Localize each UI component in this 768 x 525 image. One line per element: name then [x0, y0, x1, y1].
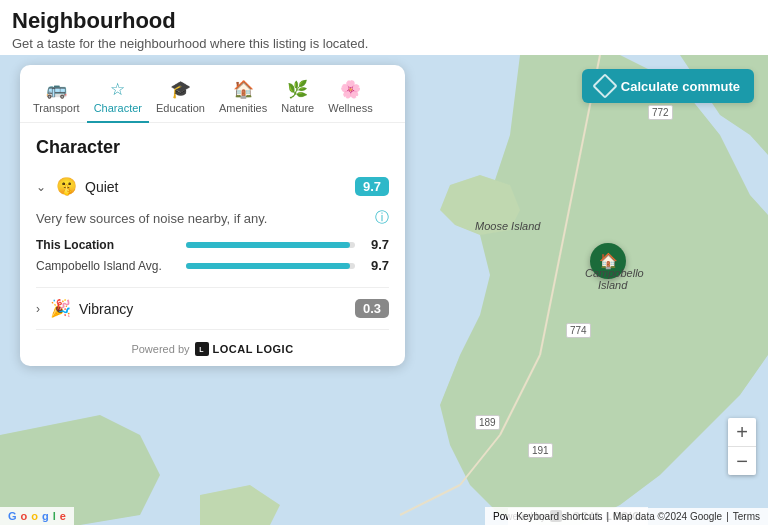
- google-logo: G: [8, 510, 17, 522]
- tab-transport[interactable]: 🚌 Transport: [26, 75, 87, 123]
- page-header: Neighbourhood Get a taste for the neighb…: [0, 0, 768, 55]
- avg-fill: [186, 263, 350, 269]
- campobello-label: Campobello: [585, 267, 644, 279]
- quiet-label: Quiet: [85, 179, 355, 195]
- tab-wellness[interactable]: 🌸 Wellness: [321, 75, 379, 123]
- vibrancy-badge: 0.3: [355, 299, 389, 318]
- this-location-score: 9.7: [365, 237, 389, 252]
- vibrancy-icon: 🎉: [50, 298, 71, 319]
- vibrancy-label: Vibrancy: [79, 301, 355, 317]
- nature-label: Nature: [281, 102, 314, 114]
- main-content: Moose Island Campobello Island 772 774 1…: [0, 55, 768, 525]
- road-772: 772: [648, 105, 673, 120]
- avg-label: Campobello Island Avg.: [36, 259, 176, 273]
- page-subtitle: Get a taste for the neighbourhood where …: [12, 36, 756, 51]
- section-title: Character: [36, 137, 389, 158]
- character-icon: ☆: [110, 79, 125, 100]
- avg-score: 9.7: [365, 258, 389, 273]
- keyboard-shortcuts[interactable]: Keyboard shortcuts: [516, 511, 602, 522]
- this-location-label: This Location: [36, 238, 176, 252]
- local-logic-logo: L LOCAL LOGIC: [195, 342, 294, 356]
- vibrancy-row[interactable]: › 🎉 Vibrancy 0.3: [36, 288, 389, 330]
- this-location-bar: This Location 9.7: [36, 237, 389, 252]
- education-icon: 🎓: [170, 79, 191, 100]
- amenities-icon: 🏠: [233, 79, 254, 100]
- tab-amenities[interactable]: 🏠 Amenities: [212, 75, 274, 123]
- wellness-icon: 🌸: [340, 79, 361, 100]
- zoom-out-button[interactable]: −: [728, 447, 756, 475]
- zoom-in-button[interactable]: +: [728, 418, 756, 446]
- chevron-right-icon: ›: [36, 302, 40, 316]
- chevron-down-icon: ⌄: [36, 180, 46, 194]
- page-title: Neighbourhood: [12, 8, 756, 34]
- character-label: Character: [94, 102, 142, 114]
- moose-island-label: Moose Island: [475, 220, 540, 232]
- this-location-fill: [186, 242, 350, 248]
- transport-label: Transport: [33, 102, 80, 114]
- wellness-label: Wellness: [328, 102, 372, 114]
- map-data-label: Map data ©2024 Google: [613, 511, 722, 522]
- nature-icon: 🌿: [287, 79, 308, 100]
- road-774: 774: [566, 323, 591, 338]
- quiet-badge: 9.7: [355, 177, 389, 196]
- ll-logo-icon: L: [195, 342, 209, 356]
- tab-nature[interactable]: 🌿 Nature: [274, 75, 321, 123]
- map-footer: Keyboard shortcuts | Map data ©2024 Goog…: [508, 508, 768, 525]
- panel-body: Character ⌄ 🤫 Quiet 9.7 Very few sources…: [20, 123, 405, 330]
- amenities-label: Amenities: [219, 102, 267, 114]
- road-191: 191: [528, 443, 553, 458]
- quiet-info: Very few sources of noise nearby, if any…: [36, 209, 389, 227]
- neighbourhood-panel: 🚌 Transport ☆ Character 🎓 Education 🏠 Am…: [20, 65, 405, 366]
- diamond-icon: [592, 73, 617, 98]
- quiet-expanded: Very few sources of noise nearby, if any…: [36, 203, 389, 288]
- transport-icon: 🚌: [46, 79, 67, 100]
- ll-logo-text: LOCAL LOGIC: [213, 343, 294, 355]
- calculate-commute-button[interactable]: Calculate commute: [582, 69, 754, 103]
- tab-education[interactable]: 🎓 Education: [149, 75, 212, 123]
- powered-by-bar: Powered by L LOCAL LOGIC: [20, 330, 405, 366]
- quiet-row[interactable]: ⌄ 🤫 Quiet 9.7: [36, 168, 389, 203]
- island-label: Island: [598, 279, 627, 291]
- road-189: 189: [475, 415, 500, 430]
- avg-bar: Campobello Island Avg. 9.7: [36, 258, 389, 273]
- education-label: Education: [156, 102, 205, 114]
- quiet-info-text: Very few sources of noise nearby, if any…: [36, 211, 369, 226]
- this-location-track: [186, 242, 355, 248]
- zoom-controls: + −: [728, 418, 756, 475]
- terms-link[interactable]: Terms: [733, 511, 760, 522]
- tabs-bar: 🚌 Transport ☆ Character 🎓 Education 🏠 Am…: [20, 65, 405, 123]
- powered-by-label: Powered by: [131, 343, 189, 355]
- avg-track: [186, 263, 355, 269]
- map-footer-left: Google: [0, 507, 74, 525]
- quiet-icon: 🤫: [56, 176, 77, 197]
- tab-character[interactable]: ☆ Character: [87, 75, 149, 123]
- info-icon: ⓘ: [375, 209, 389, 227]
